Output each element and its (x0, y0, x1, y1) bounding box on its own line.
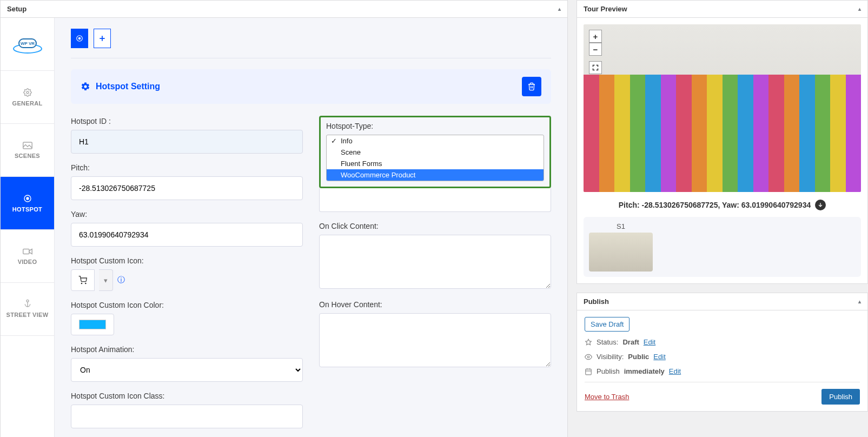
cart-icon (78, 276, 87, 284)
animation-label: Hotspot Animation: (71, 345, 303, 354)
color-swatch (79, 320, 106, 329)
sidebar-item-label: STREET VIEW (6, 311, 49, 319)
anchor-icon (23, 299, 32, 308)
zoom-in-button[interactable]: + (589, 30, 602, 43)
hotspot-id-label: Hotspot ID : (71, 117, 303, 125)
schedule-label: Publish (597, 367, 620, 375)
gear-icon (23, 88, 32, 97)
scene-strip: S1 (584, 217, 861, 277)
preview-panel-header[interactable]: Tour Preview ▴ (577, 1, 867, 18)
svg-point-12 (85, 283, 86, 283)
preview-coordinates: Pitch: -28.513026750687725, Yaw: 63.0199… (619, 201, 811, 209)
sidebar-item-general[interactable]: GENERAL (1, 71, 54, 124)
sidebar-item-scenes[interactable]: SCENES (1, 124, 54, 177)
collapse-icon: ▴ (858, 299, 861, 304)
setup-title: Setup (7, 5, 26, 13)
hotspot-type-select-bg (319, 188, 551, 212)
pitch-label: Pitch: (71, 163, 303, 172)
custom-icon-button[interactable] (71, 269, 95, 291)
status-label: Status: (597, 338, 618, 346)
dropdown-option-scene[interactable]: Scene (327, 147, 544, 158)
scene-thumbnail[interactable]: S1 (589, 222, 653, 272)
target-icon (23, 194, 32, 203)
icon-class-label: Hotspot Custom Icon Class: (71, 392, 303, 400)
sidebar-nav: WP VR GENERAL SCENES HOTSPOT (1, 18, 55, 437)
icon-color-picker[interactable] (71, 314, 114, 335)
dropdown-option-woocommerce[interactable]: WooCommerce Product (327, 169, 544, 181)
wpvr-logo: WP VR (1, 18, 54, 71)
publish-title: Publish (584, 297, 609, 306)
panorama-viewer[interactable]: + − (584, 24, 861, 192)
icon-color-label: Hotspot Custom Icon Color: (71, 301, 303, 309)
on-click-content-input[interactable] (319, 235, 551, 289)
visibility-label: Visibility: (597, 353, 624, 361)
custom-icon-label: Hotspot Custom Icon: (71, 256, 303, 265)
on-click-label: On Click Content: (319, 222, 551, 230)
visibility-value: Public (628, 353, 649, 361)
eye-icon (585, 353, 592, 361)
scene-image (589, 233, 653, 272)
sidebar-item-label: GENERAL (12, 100, 43, 107)
collapse-icon: ▴ (858, 6, 861, 12)
sidebar-item-label: HOTSPOT (12, 206, 42, 213)
on-hover-label: On Hover Content: (319, 300, 551, 309)
info-icon[interactable]: ⓘ (117, 275, 125, 285)
hotspot-tab-current[interactable] (71, 29, 88, 48)
svg-point-8 (26, 300, 29, 302)
sidebar-item-label: SCENES (15, 153, 40, 159)
sidebar-item-label: VIDEO (18, 259, 37, 265)
section-title: Hotspot Setting (96, 82, 160, 91)
divider (71, 58, 551, 58)
schedule-value: immediately (624, 367, 665, 375)
dropdown-option-fluentforms[interactable]: Fluent Forms (327, 158, 544, 169)
sidebar-item-hotspot[interactable]: HOTSPOT (1, 177, 54, 230)
pitch-input[interactable] (71, 176, 303, 200)
status-value: Draft (622, 338, 639, 346)
move-to-trash-link[interactable]: Move to Trash (585, 393, 629, 401)
yaw-label: Yaw: (71, 210, 303, 219)
publish-panel-header[interactable]: Publish ▴ (577, 293, 867, 310)
pin-icon (585, 339, 592, 346)
publish-button[interactable]: Publish (821, 389, 860, 405)
preview-title: Tour Preview (584, 5, 627, 13)
edit-status-link[interactable]: Edit (644, 338, 655, 346)
save-draft-button[interactable]: Save Draft (585, 317, 630, 332)
scene-label: S1 (589, 222, 653, 230)
yaw-input[interactable] (71, 223, 303, 247)
dropdown-option-info[interactable]: Info (327, 135, 544, 147)
calendar-icon (585, 368, 592, 375)
gear-icon (81, 82, 90, 91)
on-hover-content-input[interactable] (319, 313, 551, 367)
svg-point-6 (26, 197, 29, 200)
hotspot-section-header: Hotspot Setting (71, 69, 551, 104)
custom-icon-dropdown[interactable]: ▾ (99, 269, 113, 291)
hotspot-type-dropdown[interactable]: Info Scene Fluent Forms WooCommerce Prod… (326, 135, 544, 181)
zoom-out-button[interactable]: − (589, 43, 602, 56)
fullscreen-button[interactable] (589, 61, 602, 74)
animation-select[interactable]: On (71, 358, 303, 382)
apply-coordinates-button[interactable] (815, 200, 826, 210)
edit-visibility-link[interactable]: Edit (653, 353, 665, 361)
svg-point-13 (587, 356, 589, 358)
svg-point-3 (26, 91, 29, 94)
delete-hotspot-button[interactable] (522, 77, 541, 96)
svg-point-10 (78, 37, 81, 39)
sidebar-item-streetview[interactable]: STREET VIEW (1, 283, 54, 336)
svg-rect-14 (586, 369, 592, 375)
setup-panel-header[interactable]: Setup ▴ (1, 1, 567, 18)
hotspot-type-highlight: Hotspot-Type: Info Scene Fluent Forms Wo… (319, 116, 551, 188)
edit-schedule-link[interactable]: Edit (669, 367, 681, 375)
svg-text:WP VR: WP VR (20, 41, 34, 46)
svg-point-11 (81, 283, 82, 283)
hotspot-id-input[interactable] (71, 130, 303, 154)
sidebar-item-video[interactable]: VIDEO (1, 230, 54, 283)
add-hotspot-tab[interactable] (94, 29, 111, 48)
image-icon (23, 142, 32, 149)
video-icon (23, 248, 32, 255)
collapse-icon: ▴ (558, 6, 561, 12)
svg-rect-7 (23, 249, 29, 254)
icon-class-input[interactable] (71, 405, 303, 428)
hotspot-type-label: Hotspot-Type: (326, 122, 544, 130)
